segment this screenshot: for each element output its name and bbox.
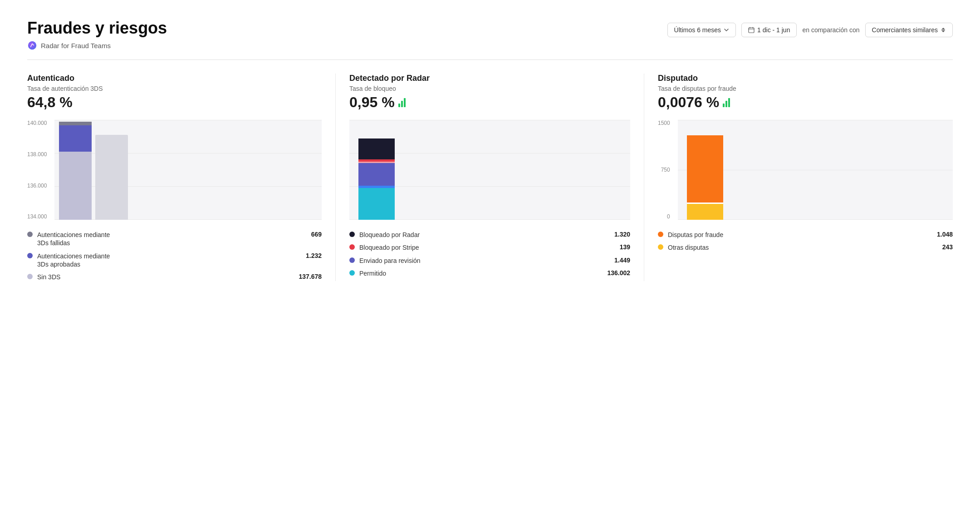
radar-icon [27, 40, 37, 50]
disputado-y-axis: 1500 750 0 [658, 120, 670, 220]
page-header: Fraudes y riesgos Radar for Fraud Teams … [27, 18, 953, 50]
auth-approved-seg [59, 125, 92, 152]
detectado-chart [349, 120, 630, 220]
svg-rect-1 [749, 28, 754, 33]
date-range-button[interactable]: 1 dic - 1 jun [741, 23, 797, 37]
legend-item-fraud-dispute: Disputas por fraude 1.048 [658, 231, 953, 239]
detectado-section: Detectado por Radar Tasa de bloqueo 0,95… [336, 74, 644, 281]
detectado-title: Detectado por Radar [349, 74, 630, 83]
legend-item-other-dispute: Otras disputas 243 [658, 243, 953, 252]
legend-dot-permitted [349, 270, 355, 276]
other-dispute-seg [687, 204, 723, 220]
detectado-chart-inner [349, 120, 630, 220]
fraud-dispute-seg [687, 135, 723, 203]
detectado-bar-icon [398, 98, 406, 107]
legend-item-no3ds: Sin 3DS 137.678 [27, 273, 322, 281]
title-area: Fraudes y riesgos Radar for Fraud Teams [27, 18, 167, 50]
auth-comparison-bar [95, 135, 128, 220]
legend-dot-stripe-block [349, 244, 355, 250]
disputado-metric-value: 0,0076 % [658, 94, 953, 111]
charts-row: Autenticado Tasa de autenticación 3DS 64… [27, 74, 953, 281]
legend-dot-other-dispute [658, 244, 663, 250]
disputado-title: Disputado [658, 74, 953, 83]
detectado-bar [358, 120, 395, 220]
legend-item-permitted: Permitido 136.002 [349, 269, 630, 277]
svg-point-0 [28, 41, 36, 49]
detectado-metric-label: Tasa de bloqueo [349, 85, 630, 92]
radar-block-seg [358, 138, 395, 159]
autenticado-title: Autenticado [27, 74, 322, 83]
page-title: Fraudes y riesgos [27, 18, 167, 38]
legend-dot-approved [27, 253, 33, 258]
calendar-icon [748, 27, 755, 33]
review-seg [358, 163, 395, 186]
subtitle-row: Radar for Fraud Teams [27, 40, 167, 50]
autenticado-chart-inner [54, 120, 322, 220]
comparison-label: en comparación con [802, 26, 859, 34]
legend-item-failed: Autenticaciones mediante3Ds fallidas 669 [27, 231, 322, 247]
autenticado-bars [59, 120, 128, 220]
sort-icon [941, 27, 946, 33]
detectado-legend: Bloqueado por Radar 1.320 Bloqueado por … [349, 231, 630, 277]
autenticado-metric-label: Tasa de autenticación 3DS [27, 85, 322, 92]
section-divider [27, 59, 953, 60]
permitted-seg [358, 188, 395, 220]
comparison-button[interactable]: Comerciantes similares [865, 23, 953, 37]
disputado-bar [687, 120, 723, 220]
auth-no3ds-seg [59, 152, 92, 220]
legend-dot-no3ds [27, 274, 33, 279]
legend-item-stripe-block: Bloqueado por Stripe 139 [349, 243, 630, 252]
detectado-metric-value: 0,95 % [349, 94, 630, 111]
disputado-chart-inner [678, 120, 953, 220]
autenticado-section: Autenticado Tasa de autenticación 3DS 64… [27, 74, 336, 281]
disputado-section: Disputado Tasa de disputas por fraude 0,… [644, 74, 953, 281]
legend-dot-radar-block [349, 232, 355, 237]
legend-item-review: Enviado para revisión 1.449 [349, 257, 630, 265]
disputado-chart: 1500 750 0 [658, 120, 953, 220]
period-button[interactable]: Últimos 6 meses [667, 23, 736, 37]
disputado-legend: Disputas por fraude 1.048 Otras disputas… [658, 231, 953, 252]
chevron-down-icon [724, 27, 729, 33]
autenticado-chart: 140.000 138.000 136.000 134.000 [27, 120, 322, 220]
header-controls: Últimos 6 meses 1 dic - 1 jun en compara… [667, 23, 953, 37]
autenticado-metric-value: 64,8 % [27, 94, 322, 111]
legend-dot-review [349, 257, 355, 263]
auth-left-bar [59, 120, 92, 220]
legend-dot-fraud-dispute [658, 232, 663, 237]
legend-item-approved: Autenticaciones mediante3Ds aprobadas 1.… [27, 252, 322, 268]
subtitle-text: Radar for Fraud Teams [41, 42, 111, 49]
autenticado-y-axis: 140.000 138.000 136.000 134.000 [27, 120, 47, 220]
disputado-metric-label: Tasa de disputas por fraude [658, 85, 953, 92]
disputado-bar-icon [723, 98, 730, 107]
auth-failed-seg [59, 122, 92, 125]
legend-dot-failed [27, 232, 33, 237]
autenticado-legend: Autenticaciones mediante3Ds fallidas 669… [27, 231, 322, 281]
legend-item-radar-block: Bloqueado por Radar 1.320 [349, 231, 630, 239]
